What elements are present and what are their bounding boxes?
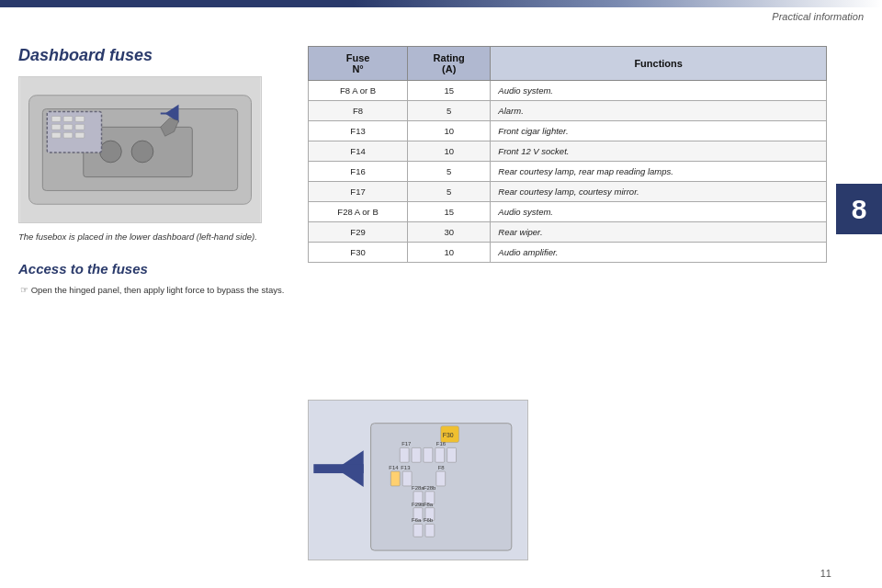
- function-cell: Rear courtesy lamp, courtesy mirror.: [491, 182, 827, 202]
- svg-rect-24: [400, 447, 409, 462]
- svg-rect-14: [75, 124, 85, 130]
- svg-text:F17: F17: [401, 441, 411, 447]
- fuse-number-cell: F28 A or B: [309, 202, 408, 222]
- rating-cell: 5: [408, 182, 491, 202]
- svg-text:F16: F16: [436, 441, 447, 447]
- fuse-number-cell: F30: [309, 243, 408, 263]
- svg-rect-13: [63, 124, 73, 130]
- col-functions: Functions: [491, 47, 827, 81]
- rating-cell: 5: [408, 162, 491, 182]
- fuse-number-cell: F13: [309, 121, 408, 141]
- svg-rect-31: [390, 471, 400, 486]
- svg-rect-9: [51, 116, 61, 121]
- svg-text:F28b: F28b: [424, 485, 436, 491]
- table-row: F8 A or B15Audio system.: [309, 81, 827, 101]
- svg-rect-16: [63, 132, 73, 138]
- svg-rect-27: [435, 447, 445, 462]
- rating-cell: 30: [408, 222, 491, 243]
- svg-point-4: [100, 141, 122, 163]
- top-bar: [0, 0, 882, 7]
- col-rating: Rating(A): [408, 47, 491, 81]
- fuse-number-cell: F14: [309, 141, 408, 162]
- function-cell: Rear wiper.: [491, 222, 827, 243]
- svg-text:F8a: F8a: [424, 502, 434, 507]
- rating-cell: 10: [408, 121, 491, 141]
- left-column: Dashboard fuses: [18, 46, 294, 298]
- rating-cell: 5: [408, 101, 491, 121]
- table-row: F1410Front 12 V socket.: [309, 141, 827, 162]
- function-cell: Front 12 V socket.: [491, 141, 827, 162]
- svg-text:F6a: F6a: [412, 517, 422, 523]
- svg-text:F8: F8: [438, 465, 446, 470]
- table-row: F1310Front cigar lighter.: [309, 121, 827, 141]
- chapter-number: 8: [852, 194, 867, 225]
- chapter-badge: 8: [836, 184, 882, 234]
- fuse-number-cell: F8 A or B: [309, 81, 408, 101]
- svg-rect-26: [424, 447, 433, 462]
- svg-rect-33: [436, 471, 446, 486]
- table-row: F2930Rear wiper.: [309, 222, 827, 243]
- table-container: FuseN° Rating(A) Functions F8 A or B15Au…: [308, 46, 827, 263]
- fuse-diagram: F30 F17 F16 F14 F13 F8 F28a F28b F29b F8…: [308, 400, 528, 560]
- svg-text:F14: F14: [389, 465, 399, 470]
- fuse-number-cell: F17: [309, 182, 408, 202]
- svg-text:F13: F13: [401, 465, 411, 470]
- svg-rect-20: [313, 464, 363, 473]
- table-row: F28 A or B15Audio system.: [309, 202, 827, 222]
- svg-rect-11: [75, 116, 85, 121]
- access-instruction: Open the hinged panel, then apply light …: [18, 284, 294, 297]
- svg-rect-10: [63, 116, 73, 121]
- fuse-number-cell: F8: [309, 101, 408, 121]
- svg-rect-45: [413, 524, 423, 537]
- page-num-text: 11: [820, 568, 831, 579]
- rating-cell: 15: [408, 202, 491, 222]
- instruction-text: Open the hinged panel, then apply light …: [31, 285, 285, 295]
- function-cell: Audio system.: [491, 202, 827, 222]
- function-cell: Audio system.: [491, 81, 827, 101]
- rating-cell: 15: [408, 81, 491, 101]
- table-header-row: FuseN° Rating(A) Functions: [309, 47, 827, 81]
- fuse-table: FuseN° Rating(A) Functions F8 A or B15Au…: [308, 46, 827, 263]
- col-fuse: FuseN°: [309, 47, 408, 81]
- dashboard-image: [18, 76, 262, 223]
- svg-rect-28: [447, 447, 457, 462]
- table-row: F165Rear courtesy lamp, rear map reading…: [309, 162, 827, 182]
- fuse-number-cell: F29: [309, 222, 408, 243]
- svg-rect-17: [75, 132, 85, 138]
- svg-rect-12: [51, 124, 61, 130]
- table-row: F175Rear courtesy lamp, courtesy mirror.: [309, 182, 827, 202]
- page-header: Practical information: [772, 11, 864, 22]
- table-row: F85Alarm.: [309, 101, 827, 121]
- image-caption: The fusebox is placed in the lower dashb…: [18, 231, 294, 243]
- svg-rect-32: [402, 471, 412, 486]
- rating-cell: 10: [408, 243, 491, 263]
- table-row: F3010Audio amplifier.: [309, 243, 827, 263]
- function-cell: Rear courtesy lamp, rear map reading lam…: [491, 162, 827, 182]
- svg-rect-46: [425, 524, 435, 537]
- function-cell: Front cigar lighter.: [491, 121, 827, 141]
- section-title: Dashboard fuses: [18, 46, 294, 65]
- page-number: 11: [820, 568, 831, 579]
- svg-text:F30: F30: [443, 432, 454, 438]
- header-title: Practical information: [772, 11, 864, 22]
- svg-rect-25: [412, 447, 421, 462]
- access-title: Access to the fuses: [18, 261, 294, 277]
- rating-cell: 10: [408, 141, 491, 162]
- function-cell: Alarm.: [491, 101, 827, 121]
- svg-text:F6b: F6b: [424, 517, 434, 523]
- function-cell: Audio amplifier.: [491, 243, 827, 263]
- svg-point-5: [131, 141, 153, 163]
- fuse-number-cell: F16: [309, 162, 408, 182]
- svg-rect-15: [51, 132, 61, 138]
- caption-text: The fusebox is placed in the lower dashb…: [18, 232, 257, 242]
